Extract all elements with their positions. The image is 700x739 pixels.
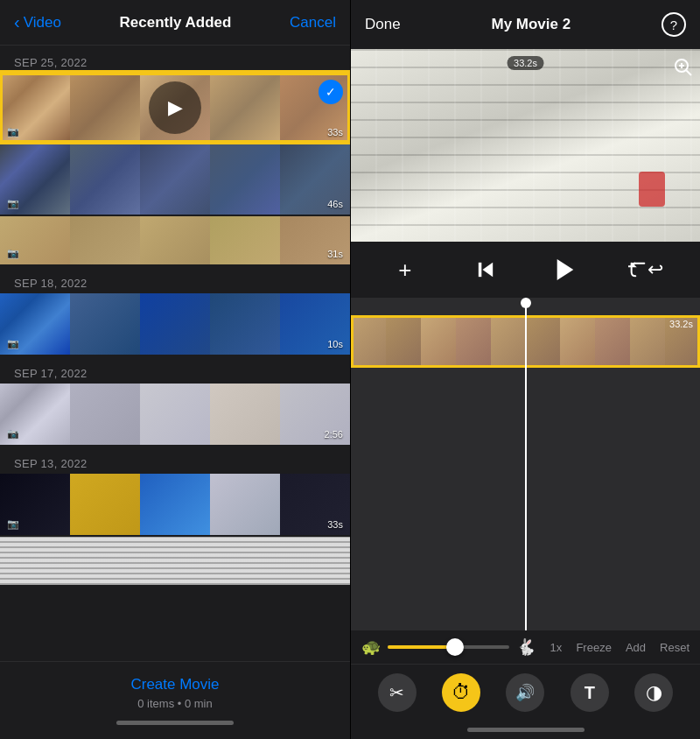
speed-slider[interactable]: [388, 645, 509, 649]
timeline-playhead: [525, 298, 527, 630]
add-speed-button[interactable]: Add: [626, 641, 646, 654]
create-movie-button[interactable]: Create Movie: [130, 676, 219, 693]
right-panel: Done My Movie 2 ? 33.2s +: [350, 0, 700, 739]
undo-button[interactable]: ↩: [628, 252, 663, 287]
add-icon: +: [398, 257, 411, 284]
play-button[interactable]: [548, 252, 583, 287]
rewind-button[interactable]: [468, 252, 503, 287]
timeline-thumb-1: [351, 315, 386, 368]
svg-marker-4: [482, 263, 493, 277]
clip-duration: 2:56: [325, 429, 343, 440]
clip-duration: 10s: [327, 339, 343, 349]
timeline-thumb-3: [421, 315, 456, 368]
volume-tool-button[interactable]: 🔊: [506, 673, 544, 712]
left-panel: ‹ Video Recently Added Cancel SEP 25, 20…: [0, 0, 350, 739]
speed-multiplier: 1x: [542, 641, 569, 654]
video-clip-sep25-2[interactable]: 46s 📷: [0, 144, 350, 215]
speed-slider-thumb: [446, 638, 464, 656]
camera-icon: 📷: [7, 338, 19, 349]
help-icon: ?: [670, 18, 677, 32]
speed-slider-fill: [388, 645, 455, 649]
clip-duration: 33s: [327, 519, 343, 530]
svg-line-1: [687, 71, 692, 76]
back-label: Video: [24, 14, 61, 32]
preview-stripes-h-decoration: [351, 49, 700, 242]
filter-icon: ◑: [634, 673, 673, 712]
back-button[interactable]: ‹ Video: [14, 12, 61, 32]
speed-icon: ⏱: [442, 673, 480, 712]
timeline-thumb-2: [386, 315, 421, 368]
left-footer: Create Movie 0 items • 0 min: [0, 661, 350, 739]
svg-marker-6: [557, 259, 574, 280]
clip-duration: 46s: [327, 199, 343, 209]
speed-controls: 🐢 🐇 1x Freeze Add Reset: [351, 630, 700, 664]
date-section-sep18: SEP 18, 2022: [0, 266, 350, 293]
date-label-sep25: SEP 25, 2022: [14, 56, 336, 69]
clip-duration: 33s: [327, 127, 343, 137]
cancel-button[interactable]: Cancel: [290, 14, 336, 32]
date-label-sep13: SEP 13, 2022: [14, 457, 336, 470]
page-title: Recently Added: [120, 14, 232, 32]
bottom-toolbar: ✂ ⏱ 🔊 T ◑: [351, 664, 700, 721]
camera-icon: 📷: [7, 126, 19, 137]
fast-speed-icon: 🐇: [516, 637, 536, 657]
preview-area: 33.2s: [351, 49, 700, 242]
date-section-sep25: SEP 25, 2022: [0, 46, 350, 73]
help-button[interactable]: ?: [662, 12, 686, 37]
date-section-sep17: SEP 17, 2022: [0, 356, 350, 384]
scissors-icon: ✂: [378, 673, 416, 712]
preview-duration-badge: 33.2s: [507, 56, 544, 70]
video-clip-sep13-1[interactable]: 33s 📷: [0, 474, 350, 535]
movie-title: My Movie 2: [491, 16, 570, 33]
back-chevron-icon: ‹: [14, 12, 20, 32]
speed-tool-button[interactable]: ⏱: [442, 673, 480, 712]
left-header: ‹ Video Recently Added Cancel: [0, 0, 350, 46]
preview-video: [351, 49, 700, 242]
newspaper-strip: [0, 537, 350, 585]
timeline-thumb-4: [456, 315, 491, 368]
speed-action-buttons: Freeze Add Reset: [576, 641, 690, 654]
timeline-area[interactable]: 33.2s: [351, 298, 700, 630]
play-overlay: ▶: [149, 81, 201, 134]
volume-icon: 🔊: [506, 673, 544, 712]
video-clip-sep25-3[interactable]: 31s 📷: [0, 216, 350, 264]
text-tool-button[interactable]: T: [570, 673, 609, 712]
done-button[interactable]: Done: [365, 16, 401, 33]
svg-rect-5: [478, 263, 481, 277]
camera-icon: 📷: [7, 198, 19, 209]
timeline-duration: 33.2s: [669, 319, 693, 329]
timeline-thumb-6: [526, 315, 561, 368]
reset-button[interactable]: Reset: [660, 641, 690, 654]
camera-icon: 📷: [7, 428, 19, 440]
video-clip-sep25-1[interactable]: ▶ ✓ 33s 📷: [0, 73, 350, 143]
play-icon: ▶: [168, 96, 183, 119]
playback-controls: + ↩: [351, 242, 700, 298]
right-header: Done My Movie 2 ?: [351, 0, 700, 49]
text-icon: T: [570, 673, 609, 712]
date-label-sep17: SEP 17, 2022: [14, 367, 336, 380]
timeline-thumb-9: [630, 315, 665, 368]
filter-tool-button[interactable]: ◑: [634, 673, 673, 712]
scissors-tool-button[interactable]: ✂: [378, 673, 416, 712]
clip-duration: 31s: [327, 249, 343, 259]
freeze-button[interactable]: Freeze: [576, 641, 611, 654]
create-movie-meta: 0 items • 0 min: [137, 697, 212, 710]
home-indicator: [116, 721, 234, 725]
video-clip-sep17-1[interactable]: 2:56 📷: [0, 384, 350, 445]
camera-icon: 📷: [7, 248, 19, 259]
home-indicator-right: [467, 728, 584, 732]
timeline-thumb-5: [491, 315, 526, 368]
left-scroll-area: SEP 25, 2022 ▶ ✓ 33s 📷: [0, 46, 350, 661]
camera-icon: 📷: [7, 518, 19, 530]
add-clip-button[interactable]: +: [388, 252, 423, 287]
check-icon: ✓: [318, 80, 343, 104]
timeline-thumb-8: [595, 315, 630, 368]
video-clip-sep18-1[interactable]: 10s 📷: [0, 293, 350, 355]
date-label-sep18: SEP 18, 2022: [14, 277, 336, 290]
timeline-thumb-7: [560, 315, 595, 368]
zoom-button[interactable]: [672, 56, 693, 82]
slow-speed-icon: 🐢: [361, 637, 381, 657]
date-section-sep13: SEP 13, 2022: [0, 447, 350, 474]
